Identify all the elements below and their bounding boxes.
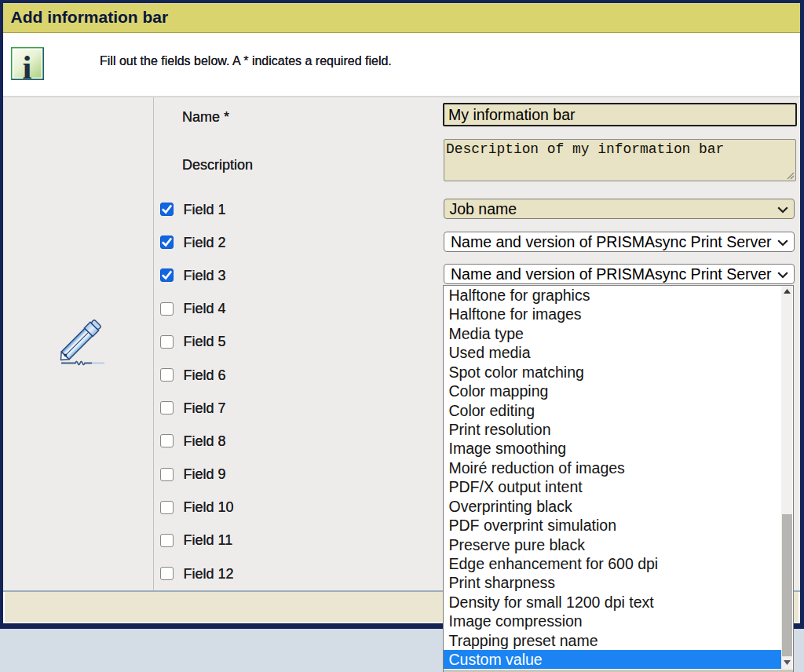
svg-text:i: i	[23, 49, 32, 80]
